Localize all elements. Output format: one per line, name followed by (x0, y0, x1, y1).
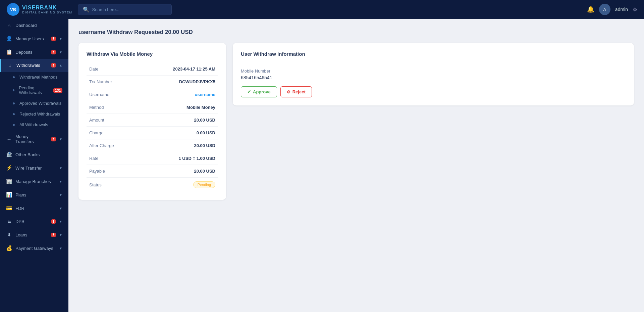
after-charge-label: After Charge (87, 139, 137, 152)
sidebar-item-manage-branches[interactable]: 🏢 Manage Branches ▼ (0, 175, 68, 188)
manage-users-badge: ! (51, 37, 56, 41)
sidebar-label-pending-withdrawals: Pending Withdrawals (19, 86, 49, 95)
method-value: Mobile Money (137, 101, 218, 114)
charge-value: 0.00 USD (137, 127, 218, 139)
other-banks-icon: 🏦 (6, 151, 12, 158)
action-buttons: ✔ Approve ⊘ Reject (241, 86, 626, 97)
loans-badge: ! (51, 233, 56, 237)
admin-name: admin (615, 7, 628, 12)
avatar: A (599, 4, 610, 15)
table-row: Amount 20.00 USD (87, 114, 218, 127)
sidebar-label-approved-withdrawals: Approved Withdrawals (19, 101, 61, 106)
date-label: Date (87, 63, 137, 76)
pending-withdrawals-badge: 131 (53, 88, 62, 93)
logo-text: VISERBANK DIGITAL BANKING SYSTEM (22, 5, 72, 14)
trx-label: Trx Number (87, 76, 137, 88)
table-row: Rate 1 USD = 1.00 USD (87, 152, 218, 165)
table-row: Payable 20.00 USD (87, 165, 218, 178)
user-info-card: User Withdraw Information Mobile Number … (233, 43, 634, 105)
sidebar-label-all-withdrawals: All Withdrawals (19, 123, 48, 127)
dot-icon (13, 76, 15, 78)
sidebar-item-money-transfers[interactable]: ↔ Money Transfers ! ▼ (0, 130, 68, 148)
money-transfers-icon: ↔ (6, 136, 12, 142)
payable-label: Payable (87, 165, 137, 178)
reject-button[interactable]: ⊘ Reject (280, 86, 312, 97)
dps-chevron-icon: ▼ (59, 220, 62, 223)
sidebar-item-dashboard[interactable]: ⌂ Dashboard (0, 19, 68, 32)
table-row: Date 2023-04-17 11:25 AM (87, 63, 218, 76)
sidebar-label-deposits: Deposits (15, 50, 48, 55)
search-box[interactable]: 🔍 (78, 4, 172, 15)
username-value: username (137, 88, 218, 101)
sidebar-item-plans[interactable]: 📊 Plans ▼ (0, 188, 68, 202)
mobile-number-label: Mobile Number (241, 69, 626, 74)
username-label: Username (87, 88, 137, 101)
sidebar-item-loans[interactable]: ⬇ Loans ! ▼ (0, 228, 68, 241)
sidebar-item-wire-transfer[interactable]: ⚡ Wire Transfer ▼ (0, 161, 68, 175)
navbar-left: VB VISERBANK DIGITAL BANKING SYSTEM 🔍 (7, 3, 172, 16)
approve-button[interactable]: ✔ Approve (241, 86, 277, 97)
sidebar-item-manage-users[interactable]: 👤 Manage Users ! ▼ (0, 32, 68, 45)
sidebar-label-rejected-withdrawals: Rejected Withdrawals (19, 112, 60, 117)
sidebar-label-other-banks: Other Banks (15, 152, 62, 157)
sidebar-item-withdrawals[interactable]: ↓ Withdrawals ! ▲ (0, 59, 68, 72)
sidebar-item-rejected-withdrawals[interactable]: Rejected Withdrawals (0, 109, 68, 120)
sidebar-item-withdrawal-methods[interactable]: Withdrawal Methods (0, 72, 68, 83)
cards-row: Withdraw Via Mobile Money Date 2023-04-1… (78, 43, 634, 200)
bell-icon[interactable]: 🔔 (587, 6, 594, 13)
sidebar-item-approved-withdrawals[interactable]: Approved Withdrawals (0, 98, 68, 109)
rate-value: 1 USD = 1.00 USD (137, 152, 218, 165)
loans-icon: ⬇ (6, 232, 12, 238)
money-transfers-chevron-icon: ▼ (59, 137, 62, 141)
gear-icon[interactable]: ⚙ (633, 6, 637, 13)
loans-chevron-icon: ▼ (59, 233, 62, 237)
navbar-right: 🔔 A admin ⚙ (587, 4, 637, 15)
reject-label: Reject (292, 89, 306, 94)
fdr-chevron-icon: ▼ (59, 207, 62, 210)
manage-branches-chevron-icon: ▼ (59, 180, 62, 183)
money-transfers-badge: ! (51, 137, 56, 141)
info-table: Date 2023-04-17 11:25 AM Trx Number DCWU… (87, 63, 218, 192)
sidebar-label-dashboard: Dashboard (15, 23, 62, 28)
sidebar-item-all-withdrawals[interactable]: All Withdrawals (0, 120, 68, 130)
chevron-icon: ▼ (59, 37, 62, 41)
sidebar-label-withdrawal-methods: Withdrawal Methods (19, 75, 57, 80)
withdrawals-chevron-icon: ▲ (59, 63, 62, 67)
table-row: Trx Number DCWUDPJVPKX5 (87, 76, 218, 88)
sidebar: ⌂ Dashboard 👤 Manage Users ! ▼ 📋 Deposit… (0, 19, 68, 312)
table-row: Username username (87, 88, 218, 101)
sidebar-label-wire-transfer: Wire Transfer (15, 166, 56, 171)
sidebar-item-payment-gateways[interactable]: 💰 Payment Gateways ▼ (0, 241, 68, 255)
wire-transfer-chevron-icon: ▼ (59, 166, 62, 170)
fdr-icon: 💳 (6, 205, 12, 211)
sidebar-label-fdr: FDR (15, 206, 56, 211)
dot-icon (13, 124, 15, 126)
sidebar-label-manage-users: Manage Users (15, 36, 48, 41)
username-link[interactable]: username (195, 92, 215, 97)
deposits-badge: ! (51, 50, 56, 54)
plans-chevron-icon: ▼ (59, 193, 62, 197)
search-input[interactable] (92, 7, 167, 12)
sidebar-item-dps[interactable]: 🖥 DPS ! ▼ (0, 215, 68, 228)
status-value: Pending (137, 178, 218, 192)
table-row: Method Mobile Money (87, 101, 218, 114)
approve-label: Approve (253, 89, 271, 94)
sidebar-label-plans: Plans (15, 192, 56, 197)
mobile-number-value: 685416546541 (241, 75, 626, 80)
table-row: After Charge 20.00 USD (87, 139, 218, 152)
sidebar-item-pending-withdrawals[interactable]: Pending Withdrawals 131 (0, 83, 68, 98)
checkmark-icon: ✔ (247, 89, 251, 94)
dps-badge: ! (51, 219, 56, 224)
user-info-body: Mobile Number 685416546541 ✔ Approve ⊘ R… (241, 63, 626, 97)
logo: VB VISERBANK DIGITAL BANKING SYSTEM (7, 3, 72, 16)
logo-icon: VB (7, 3, 19, 16)
withdrawals-icon: ↓ (7, 62, 13, 68)
manage-branches-icon: 🏢 (6, 178, 12, 184)
user-info-card-title: User Withdraw Information (241, 51, 626, 57)
sidebar-item-other-banks[interactable]: 🏦 Other Banks (0, 148, 68, 161)
sidebar-item-fdr[interactable]: 💳 FDR ▼ (0, 202, 68, 215)
logo-title-part2: BANK (40, 5, 57, 10)
sidebar-item-deposits[interactable]: 📋 Deposits ! ▼ (0, 45, 68, 59)
payment-gateways-chevron-icon: ▼ (59, 247, 62, 250)
amount-value: 20.00 USD (137, 114, 218, 127)
